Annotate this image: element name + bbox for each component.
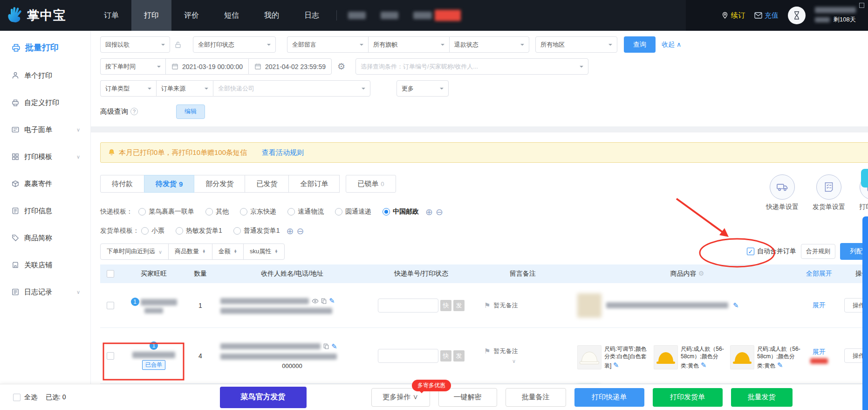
redacted-nav-item[interactable] (381, 12, 398, 19)
radio-receipt[interactable]: 小票 (141, 227, 164, 235)
sidebar-item-single-print[interactable]: 单个打印 (11, 65, 90, 86)
message-select[interactable]: 全部留言 (287, 36, 368, 53)
nav-item-print[interactable]: 打印 (131, 0, 171, 31)
nav-item-reviews[interactable]: 评价 (171, 0, 212, 31)
edit-product-icon[interactable]: ✎ (777, 361, 783, 369)
courier-select[interactable]: 全部快递公司 (213, 80, 370, 97)
row-checkbox[interactable] (107, 302, 114, 309)
quick-ship-button[interactable]: 发 (453, 350, 465, 361)
tab-shipped[interactable]: 已发货 (245, 175, 289, 193)
add-invoice-template-icon[interactable]: ⊕ (287, 226, 296, 236)
redacted-nav-item[interactable] (348, 12, 366, 19)
maximize-icon[interactable] (859, 3, 864, 8)
row-checkbox[interactable] (107, 352, 114, 360)
collapse-link[interactable]: 收起 ∧ (662, 41, 681, 49)
sidebar-item-ewaybill[interactable]: 电子面单 ∨ (11, 119, 90, 140)
renew-link[interactable]: 续订 (721, 11, 745, 20)
page-scrollbar[interactable] (862, 216, 868, 410)
merge-rules-button[interactable]: 合并规则 (801, 244, 835, 259)
recharge-link[interactable]: 充值 (754, 11, 779, 20)
column-gear-icon[interactable]: ⚙ (698, 270, 704, 277)
date-from-input[interactable]: 2021-03-19 00:00:00 (165, 58, 248, 75)
redacted-nav-item[interactable] (413, 10, 461, 21)
edit-product-icon[interactable]: ✎ (613, 361, 619, 369)
sidebar-item-print-info[interactable]: 打印信息 (11, 201, 90, 221)
radio-china-post[interactable]: 中国邮政 (383, 208, 419, 216)
tab-all-orders[interactable]: 全部订单 (288, 175, 340, 193)
sidebar-item-batch-print[interactable]: 批量打印 (11, 42, 90, 53)
sidebar-item-print-template[interactable]: 打印模板 ∨ (11, 146, 90, 167)
nav-item-mine[interactable]: 我的 (252, 0, 292, 31)
edit-product-icon[interactable]: ✎ (701, 361, 707, 369)
print-invoice-button[interactable]: 打印发货单 (653, 388, 723, 407)
radio-sutong-logistics[interactable]: 速通物流 (287, 208, 324, 216)
sidebar-item-log-records[interactable]: 日志记录 ∨ (11, 282, 90, 302)
radio-normal-invoice[interactable]: 普通发货单1 (233, 227, 280, 235)
quick-print-button[interactable]: 快 (440, 300, 451, 311)
expand-row-link[interactable]: 展开 (813, 348, 826, 356)
more-filters-select[interactable]: 更多 (396, 80, 449, 97)
activity-rules-link[interactable]: 查看活动规则 (262, 148, 304, 157)
shop-select[interactable]: 回报以歌 (100, 36, 170, 53)
nav-item-sms[interactable]: 短信 (212, 0, 252, 31)
edit-advanced-button[interactable]: 编辑 (176, 104, 205, 119)
add-template-icon[interactable]: ⊕ (425, 207, 435, 217)
remark-expander-icon[interactable]: ∨ (512, 358, 516, 364)
expand-all-link[interactable]: 全部展开 (801, 270, 837, 278)
tab-partially-shipped[interactable]: 部分发货 (194, 175, 245, 193)
floating-widget-tab[interactable] (861, 169, 868, 188)
sort-by-order-time[interactable]: 下单时间由近到远∨ (101, 244, 169, 259)
unlock-icon[interactable] (174, 41, 182, 49)
copy-icon[interactable] (323, 343, 329, 349)
print-status-select[interactable]: 全部打印状态 (193, 36, 276, 53)
edit-address-icon[interactable]: ✎ (331, 342, 337, 351)
date-to-input[interactable]: 2021-04-02 23:59:59 (248, 58, 332, 75)
tab-to-ship[interactable]: 待发货9 (144, 175, 194, 193)
select-all-header-checkbox[interactable] (107, 270, 114, 278)
sort-by-amount[interactable]: 金额▲▼ (212, 244, 244, 259)
sort-by-sku[interactable]: sku属性▲▼ (244, 244, 284, 259)
query-condition-select[interactable]: 选择查询条件：订单编号/买家昵称/收件人... (355, 58, 588, 75)
tab-pending-payment[interactable]: 待付款 (100, 175, 144, 193)
batch-remark-button[interactable]: 批量备注 (506, 388, 566, 407)
expand-row-link[interactable]: 展开 (801, 301, 837, 310)
date-settings-gear-icon[interactable]: ⚙ (337, 61, 345, 72)
radio-thermal-invoice[interactable]: 热敏发货单1 (176, 227, 222, 235)
radio-jd-express[interactable]: 京东快递 (240, 208, 276, 216)
eye-icon[interactable] (312, 299, 319, 304)
order-type-select[interactable]: 订单类型 (100, 80, 156, 97)
flag-select[interactable]: 所有旗帜 (368, 36, 449, 53)
sidebar-item-linked-shops[interactable]: 关联店铺 (11, 255, 90, 275)
flag-icon[interactable]: ⚑ (484, 301, 490, 310)
tab-locked-orders[interactable]: 已锁单0 (346, 175, 396, 193)
region-select[interactable]: 所有地区 (535, 36, 617, 53)
radio-yto-express[interactable]: 圆通速递 (335, 208, 371, 216)
radio-cainiao-guoguo[interactable]: 菜鸟裹裹一联单 (138, 208, 194, 216)
avatar[interactable] (788, 7, 806, 24)
nav-item-logs[interactable]: 日志 (292, 0, 332, 31)
copy-icon[interactable] (321, 298, 327, 304)
refund-status-select[interactable]: 退款状态 (449, 36, 529, 53)
batch-ship-button[interactable]: 批量发货 (731, 388, 793, 407)
app-logo[interactable]: 掌中宝 (0, 6, 91, 25)
quick-print-button[interactable]: 快 (440, 350, 451, 361)
time-type-select[interactable]: 按下单时间 (100, 58, 165, 75)
edit-address-icon[interactable]: ✎ (329, 297, 335, 305)
sidebar-item-product-alias[interactable]: 商品简称 (11, 228, 90, 248)
express-sheet-settings[interactable]: 快递单设置 (766, 174, 799, 211)
nav-item-orders[interactable]: 订单 (91, 0, 131, 31)
remove-template-icon[interactable]: ⊖ (436, 207, 445, 217)
quick-ship-button[interactable]: 发 (453, 300, 465, 311)
tracking-number-input[interactable] (378, 299, 438, 313)
cainiao-official-ship-button[interactable]: 菜鸟官方发货 (220, 387, 307, 408)
sidebar-item-guoguo-shipping[interactable]: 裹裹寄件 (11, 174, 90, 194)
auto-merge-checkbox[interactable]: ✓ (747, 248, 754, 255)
edit-product-icon[interactable]: ✎ (733, 301, 739, 310)
remove-invoice-template-icon[interactable]: ⊖ (297, 226, 306, 236)
sidebar-item-custom-print[interactable]: 自定义打印 (11, 92, 90, 113)
print-express-button[interactable]: 打印快递单 (574, 388, 644, 407)
flag-icon[interactable]: ⚑ (484, 347, 490, 355)
order-source-select[interactable]: 订单来源 (156, 80, 213, 97)
search-button[interactable]: 查询 (624, 36, 656, 53)
radio-other[interactable]: 其他 (205, 208, 229, 216)
